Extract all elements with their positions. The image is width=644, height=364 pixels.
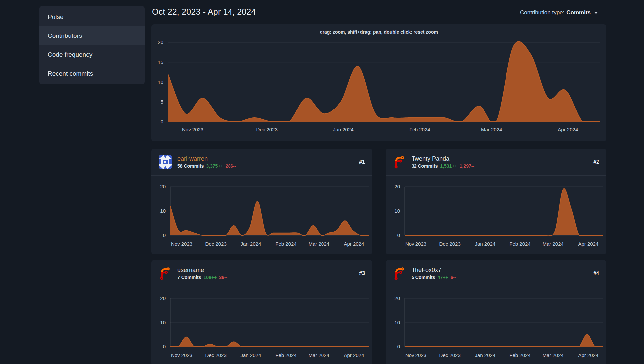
contributor-card-header: username 7 Commits108++36-- #3 xyxy=(151,260,372,287)
svg-text:Mar 2024: Mar 2024 xyxy=(308,352,329,358)
deletions-count: 1,297-- xyxy=(460,163,474,169)
contributor-card: username 7 Commits108++36-- #3 01020Nov … xyxy=(151,260,372,364)
svg-text:Dec 2023: Dec 2023 xyxy=(205,241,227,247)
additions-count: 1,531++ xyxy=(440,163,457,169)
deletions-count: 286-- xyxy=(226,163,236,169)
contributor-stats: 58 Commits3,375++286-- xyxy=(177,163,236,169)
rank-badge: #2 xyxy=(593,159,599,165)
svg-text:Apr 2024: Apr 2024 xyxy=(578,241,598,247)
svg-text:Feb 2024: Feb 2024 xyxy=(275,352,296,358)
sidebar-item-pulse[interactable]: Pulse xyxy=(39,7,145,26)
overall-contributions-chart[interactable]: 05101520Nov 2023Dec 2023Jan 2024Feb 2024… xyxy=(151,38,606,141)
svg-text:0: 0 xyxy=(397,344,400,349)
svg-text:Apr 2024: Apr 2024 xyxy=(344,352,364,358)
contributor-name-link[interactable]: earl-warren xyxy=(177,155,236,162)
svg-text:Apr 2024: Apr 2024 xyxy=(344,241,364,247)
svg-text:Apr 2024: Apr 2024 xyxy=(578,352,598,358)
svg-text:Jan 2024: Jan 2024 xyxy=(333,127,354,132)
commit-count: 32 Commits xyxy=(412,163,438,169)
svg-text:Dec 2023: Dec 2023 xyxy=(205,352,227,358)
identicon-avatar-image xyxy=(159,155,172,169)
svg-text:20: 20 xyxy=(158,39,163,45)
svg-text:Jan 2024: Jan 2024 xyxy=(475,241,496,247)
contributor-name-link[interactable]: username xyxy=(177,267,227,274)
deletions-count: 36-- xyxy=(219,275,227,280)
contributor-card: earl-warren 58 Commits3,375++286-- #1 01… xyxy=(151,149,372,254)
contributor-cards-grid: earl-warren 58 Commits3,375++286-- #1 01… xyxy=(151,149,606,364)
svg-text:Apr 2024: Apr 2024 xyxy=(558,127,578,132)
contributor-meta: username 7 Commits108++36-- xyxy=(177,267,227,280)
svg-text:20: 20 xyxy=(160,184,166,189)
svg-text:20: 20 xyxy=(394,295,400,301)
commit-count: 58 Commits xyxy=(177,163,204,169)
svg-text:Nov 2023: Nov 2023 xyxy=(171,352,192,358)
svg-text:20: 20 xyxy=(394,184,400,189)
contribution-type-dropdown[interactable]: Contribution type: Commits xyxy=(514,5,604,20)
avatar[interactable] xyxy=(393,155,406,169)
svg-text:Feb 2024: Feb 2024 xyxy=(509,241,530,247)
avatar[interactable] xyxy=(159,155,172,169)
svg-text:Feb 2024: Feb 2024 xyxy=(275,241,296,247)
overall-contributions-card: drag: zoom, shift+drag: pan, double clic… xyxy=(151,24,606,141)
contributor-meta: TheFox0x7 5 Commits47++6-- xyxy=(412,267,456,280)
svg-text:Mar 2024: Mar 2024 xyxy=(542,241,563,247)
svg-text:10: 10 xyxy=(158,79,163,85)
svg-text:Dec 2023: Dec 2023 xyxy=(439,352,461,358)
forgejo-logo-avatar-image xyxy=(393,155,406,169)
contributor-chart[interactable]: 01020Nov 2023Dec 2023Jan 2024Feb 2024Mar… xyxy=(151,176,372,254)
additions-count: 3,375++ xyxy=(206,163,223,169)
avatar[interactable] xyxy=(159,267,172,280)
contributors-page: Oct 22, 2023 - Apr 14, 2024 Contribution… xyxy=(151,0,606,364)
contributor-chart[interactable]: 01020Nov 2023Dec 2023Jan 2024Feb 2024Mar… xyxy=(386,287,606,364)
contributor-card: Twenty Panda 32 Commits1,531++1,297-- #2… xyxy=(386,149,606,254)
svg-text:Mar 2024: Mar 2024 xyxy=(308,241,329,247)
contributor-chart[interactable]: 01020Nov 2023Dec 2023Jan 2024Feb 2024Mar… xyxy=(151,287,372,364)
svg-text:Nov 2023: Nov 2023 xyxy=(405,241,426,247)
contributor-card: TheFox0x7 5 Commits47++6-- #4 01020Nov 2… xyxy=(386,260,606,364)
contributor-stats: 7 Commits108++36-- xyxy=(177,275,227,280)
contributor-name-link[interactable]: TheFox0x7 xyxy=(412,267,456,274)
contribution-type-label: Contribution type: xyxy=(520,9,564,16)
contributor-card-header: earl-warren 58 Commits3,375++286-- #1 xyxy=(151,149,372,176)
svg-text:Nov 2023: Nov 2023 xyxy=(182,127,203,132)
chevron-down-icon xyxy=(594,12,598,14)
svg-text:Jan 2024: Jan 2024 xyxy=(241,352,261,358)
svg-text:0: 0 xyxy=(163,344,166,349)
sidebar-item-code-frequency[interactable]: Code frequency xyxy=(39,45,145,64)
contributor-chart[interactable]: 01020Nov 2023Dec 2023Jan 2024Feb 2024Mar… xyxy=(386,176,606,254)
svg-text:0: 0 xyxy=(161,119,163,124)
date-range-heading: Oct 22, 2023 - Apr 14, 2024 xyxy=(152,7,256,17)
svg-text:10: 10 xyxy=(160,208,166,214)
avatar[interactable] xyxy=(393,267,406,280)
contributor-stats: 32 Commits1,531++1,297-- xyxy=(412,163,474,169)
contributor-card-header: TheFox0x7 5 Commits47++6-- #4 xyxy=(386,260,606,287)
svg-text:10: 10 xyxy=(394,320,400,325)
svg-text:10: 10 xyxy=(394,208,400,214)
commit-count: 7 Commits xyxy=(177,275,201,280)
rank-badge: #3 xyxy=(359,270,365,276)
page-header: Oct 22, 2023 - Apr 14, 2024 Contribution… xyxy=(151,0,606,24)
svg-text:Jan 2024: Jan 2024 xyxy=(475,352,496,358)
svg-text:Dec 2023: Dec 2023 xyxy=(256,127,278,132)
rank-badge: #1 xyxy=(359,159,365,165)
contributor-meta: Twenty Panda 32 Commits1,531++1,297-- xyxy=(412,155,474,169)
additions-count: 47++ xyxy=(438,275,448,280)
sidebar-item-recent-commits[interactable]: Recent commits xyxy=(39,64,145,83)
commit-count: 5 Commits xyxy=(412,275,435,280)
svg-text:15: 15 xyxy=(158,59,163,65)
activity-nav-menu: Pulse Contributors Code frequency Recent… xyxy=(39,6,145,84)
additions-count: 108++ xyxy=(204,275,217,280)
svg-text:Mar 2024: Mar 2024 xyxy=(481,127,502,132)
svg-text:20: 20 xyxy=(160,295,166,301)
deletions-count: 6-- xyxy=(451,275,456,280)
svg-text:Feb 2024: Feb 2024 xyxy=(409,127,430,132)
sidebar-item-contributors[interactable]: Contributors xyxy=(39,26,145,45)
zoom-hint-text: drag: zoom, shift+drag: pan, double clic… xyxy=(151,24,606,38)
svg-text:0: 0 xyxy=(163,232,166,238)
svg-text:Mar 2024: Mar 2024 xyxy=(542,352,563,358)
contributor-name-link[interactable]: Twenty Panda xyxy=(412,155,474,162)
svg-text:5: 5 xyxy=(161,99,163,105)
svg-text:Nov 2023: Nov 2023 xyxy=(171,241,192,247)
contribution-type-value: Commits xyxy=(566,9,591,16)
contributor-card-header: Twenty Panda 32 Commits1,531++1,297-- #2 xyxy=(386,149,606,176)
